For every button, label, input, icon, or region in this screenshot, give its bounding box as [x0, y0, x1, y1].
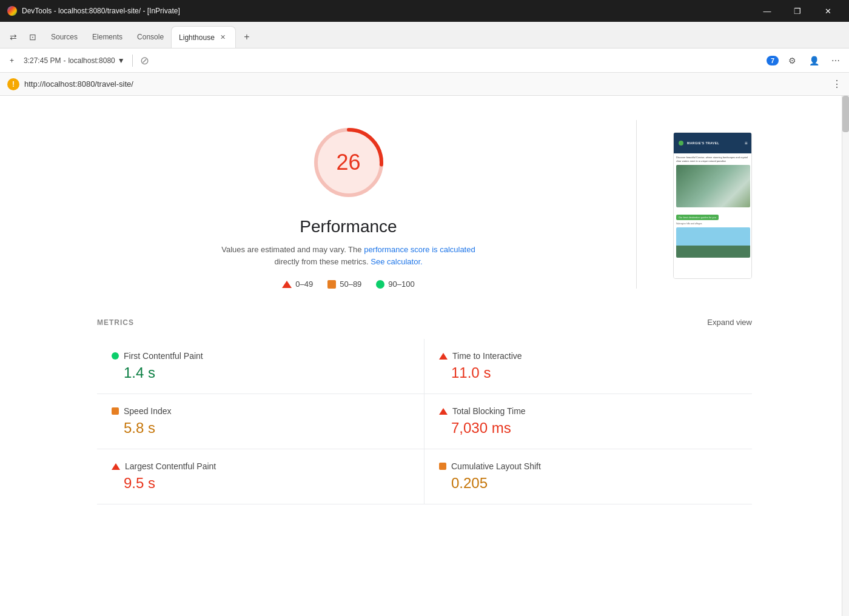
- stop-button[interactable]: ⊘: [140, 54, 149, 67]
- new-tab-button[interactable]: +: [5, 54, 19, 67]
- metric-lcp-label: Largest Contentful Paint: [125, 461, 216, 471]
- metric-cls-label: Cumulative Layout Shift: [451, 461, 541, 471]
- main-content: 26 Performance Values are estimated and …: [0, 96, 849, 616]
- ss-logo: [679, 141, 683, 146]
- metric-lcp-icon: [112, 463, 120, 470]
- metric-lcp-value: 9.5 s: [124, 475, 409, 492]
- legend-mid-label: 50–89: [340, 280, 361, 289]
- metric-fcp: First Contentful Paint 1.4 s: [97, 339, 424, 394]
- legend-low-label: 0–49: [295, 280, 313, 289]
- tab-elements-label: Elements: [92, 33, 122, 41]
- address-url[interactable]: http://localhost:8080/travel-site/: [24, 79, 133, 89]
- legend-high: 90–100: [376, 280, 414, 289]
- metric-fcp-value: 1.4 s: [124, 364, 409, 381]
- dropdown-icon[interactable]: ▼: [118, 56, 125, 65]
- performance-title: Performance: [300, 217, 397, 236]
- metric-lcp-name-row: Largest Contentful Paint: [112, 461, 409, 471]
- tab-console-label: Console: [137, 33, 164, 41]
- screenshot-mockup: MARGIE'S TRAVEL ≡ Discover beautiful Cor…: [674, 133, 752, 278]
- ss-site-name: MARGIE'S TRAVEL: [687, 141, 719, 145]
- metric-si-icon: [112, 407, 119, 415]
- devtools-right: 7 ⚙ 👤 ⋯: [767, 52, 844, 69]
- browser-icon: [7, 6, 17, 16]
- legend-low-icon: [282, 281, 292, 288]
- user-button[interactable]: 👤: [805, 52, 822, 69]
- metric-fcp-name-row: First Contentful Paint: [112, 351, 409, 361]
- metric-cls-value: 0.205: [451, 475, 737, 492]
- score-number: 26: [336, 150, 360, 175]
- metric-tbt-label: Total Blocking Time: [452, 406, 526, 416]
- titlebar: DevTools - localhost:8080/travel-site/ -…: [0, 0, 849, 22]
- toolbar-divider: [132, 55, 133, 67]
- device-toolbar-button[interactable]: ⊡: [24, 28, 41, 45]
- metric-cls: Cumulative Layout Shift 0.205: [424, 449, 752, 504]
- metric-si-label: Speed Index: [124, 406, 172, 416]
- metric-tbt-value: 7,030 ms: [451, 420, 737, 437]
- scrollbar-track[interactable]: [842, 96, 849, 616]
- desc-text2: directly from these metrics.: [274, 257, 368, 266]
- score-legend: 0–49 50–89 90–100: [282, 280, 414, 289]
- address-more-button[interactable]: ⋮: [832, 78, 842, 90]
- lighthouse-panel: 26 Performance Values are estimated and …: [61, 96, 788, 529]
- screenshot-preview: MARGIE'S TRAVEL ≡ Discover beautiful Cor…: [673, 132, 752, 279]
- scrollbar-thumb[interactable]: [842, 96, 849, 132]
- close-button[interactable]: ✕: [814, 0, 842, 22]
- metric-fcp-icon: [112, 352, 119, 360]
- legend-low: 0–49: [282, 280, 313, 289]
- tab-console[interactable]: Console: [130, 26, 171, 48]
- tabbar: ⇄ ⊡ Sources Elements Console Lighthouse …: [0, 22, 849, 49]
- section-divider: [636, 120, 637, 289]
- settings-button[interactable]: ⚙: [784, 52, 800, 69]
- desc-text1: Values are estimated and may vary. The: [221, 245, 361, 254]
- legend-mid: 50–89: [327, 280, 361, 289]
- notification-badge[interactable]: 7: [767, 56, 779, 65]
- ss-hero-text: Discover beautiful Corcise, where stunni…: [676, 156, 750, 162]
- perf-score-link[interactable]: performance score is calculated: [364, 245, 475, 254]
- host: localhost:8080: [68, 56, 115, 65]
- metric-tti-value: 11.0 s: [451, 364, 737, 381]
- metric-lcp: Largest Contentful Paint 9.5 s: [97, 449, 424, 504]
- ss-cta-button: Our best destination guides for you: [676, 215, 719, 220]
- metrics-grid: First Contentful Paint 1.4 s Time to Int…: [97, 339, 752, 504]
- devtools-toolbar: + 3:27:45 PM - localhost:8080 ▼ ⊘ 7 ⚙ 👤 …: [0, 49, 849, 73]
- timestamp: 3:27:45 PM: [24, 56, 61, 65]
- more-button[interactable]: ⋯: [827, 52, 844, 69]
- metrics-header: METRICS Expand view: [97, 318, 752, 327]
- screenshot-frame: MARGIE'S TRAVEL ≡ Discover beautiful Cor…: [673, 132, 752, 279]
- expand-view-button[interactable]: Expand view: [707, 318, 752, 327]
- metric-cls-name-row: Cumulative Layout Shift: [439, 461, 737, 471]
- minimize-button[interactable]: —: [753, 0, 781, 22]
- legend-high-icon: [376, 280, 384, 289]
- metrics-section: METRICS Expand view First Contentful Pai…: [97, 318, 752, 504]
- security-icon: !: [7, 78, 19, 90]
- dash: -: [63, 56, 65, 65]
- metric-cls-icon: [439, 463, 446, 470]
- tab-lighthouse-label: Lighthouse: [179, 33, 215, 42]
- titlebar-left: DevTools - localhost:8080/travel-site/ -…: [7, 6, 180, 16]
- metric-tbt-icon: [439, 408, 448, 415]
- back-forward-button[interactable]: ⇄: [5, 28, 22, 45]
- addressbar: ! http://localhost:8080/travel-site/ ⋮: [0, 73, 849, 96]
- ss-body: Discover beautiful Corcise, where stunni…: [674, 153, 752, 260]
- score-gauge-container: 26: [306, 120, 391, 205]
- tab-sources[interactable]: Sources: [44, 26, 85, 48]
- titlebar-title: DevTools - localhost:8080/travel-site/ -…: [22, 7, 180, 15]
- calculator-link[interactable]: See calculator.: [371, 257, 422, 266]
- metrics-title: METRICS: [97, 318, 134, 327]
- tab-lighthouse-close[interactable]: ✕: [218, 33, 228, 42]
- metric-fcp-label: First Contentful Paint: [124, 351, 203, 361]
- tab-actions: ⇄ ⊡: [5, 28, 41, 48]
- metric-si-value: 5.8 s: [124, 420, 409, 437]
- metric-tti-icon: [439, 353, 448, 360]
- metric-tbt-name-row: Total Blocking Time: [439, 406, 737, 416]
- restore-button[interactable]: ❐: [784, 0, 811, 22]
- tab-sources-label: Sources: [51, 33, 78, 41]
- legend-mid-icon: [327, 280, 336, 289]
- tab-lighthouse[interactable]: Lighthouse ✕: [171, 26, 236, 48]
- ss-header: MARGIE'S TRAVEL ≡: [674, 133, 752, 153]
- tab-add-button[interactable]: +: [238, 28, 255, 45]
- tab-elements[interactable]: Elements: [85, 26, 130, 48]
- metric-tbt: Total Blocking Time 7,030 ms: [424, 394, 752, 449]
- timestamp-area: 3:27:45 PM - localhost:8080 ▼: [24, 56, 125, 65]
- score-section: 26 Performance Values are estimated and …: [97, 120, 752, 289]
